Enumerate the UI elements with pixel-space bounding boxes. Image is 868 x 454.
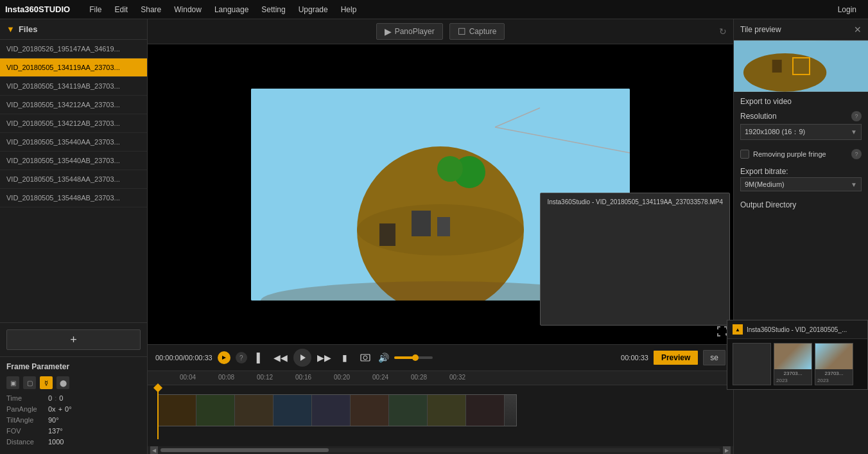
fov-val: 137° xyxy=(48,427,63,435)
next-frame-button[interactable]: ▶▶ xyxy=(317,350,332,365)
timeline-track[interactable] xyxy=(148,388,733,439)
login-button[interactable]: Login xyxy=(831,5,863,14)
marker-6: 00:24 xyxy=(372,374,388,381)
app-logo: Insta360STUDIO xyxy=(5,4,70,14)
param-tilt-label: TiltAngle xyxy=(6,416,48,424)
param-pan-label: PanAngle xyxy=(6,405,48,413)
panoplayer-icon: ▶ xyxy=(385,26,392,37)
frame-toolbar: ▣ ▢ ☿ ⬤ xyxy=(6,376,141,389)
taskbar-item[interactable]: ▲ Insta360Studio - VID_20180505_... xyxy=(733,320,867,339)
refresh-icon[interactable]: ↻ xyxy=(719,26,727,37)
timeline-thumb xyxy=(235,395,273,426)
file-item[interactable]: VID_20180505_134119AB_23703... xyxy=(0,77,147,96)
thumb-img-2 xyxy=(774,344,812,369)
taskbar-app-label: Insta360Studio - VID_20180505_... xyxy=(747,326,847,333)
purple-fringe-checkbox[interactable] xyxy=(740,150,749,159)
taskbar-thumb-2[interactable]: 23703... 2023 xyxy=(774,343,812,385)
file-item[interactable]: VID_20180505_135448AB_23703... xyxy=(0,189,147,207)
help-button[interactable]: ? xyxy=(236,352,247,363)
file-item[interactable]: VID_20180505_135440AA_23703... xyxy=(0,133,147,152)
export-button[interactable]: se xyxy=(703,350,725,365)
svg-point-4 xyxy=(437,156,463,182)
capture-tab[interactable]: ☐ Capture xyxy=(449,23,505,40)
bitrate-select[interactable]: 9M(Medium) ▼ xyxy=(740,177,862,191)
goto-button[interactable] xyxy=(218,351,230,364)
menu-edit[interactable]: Edit xyxy=(108,0,135,19)
right-panel: Tile preview ✕ Export to video Resolutio… xyxy=(733,19,868,454)
param-time-value: 0 : 0 xyxy=(48,394,63,402)
playhead[interactable] xyxy=(157,388,159,439)
screenshot-button[interactable] xyxy=(358,350,373,365)
menu-file[interactable]: File xyxy=(83,0,108,19)
frame-icon-circle[interactable]: ⬤ xyxy=(56,376,69,389)
sidebar-header: ▼ Files xyxy=(0,19,147,40)
menu-upgrade[interactable]: Upgrade xyxy=(292,0,334,19)
file-item[interactable]: VID_20180526_195147AA_34619... xyxy=(0,40,147,58)
bitrate-value: 9M(Medium) xyxy=(745,180,785,188)
resolution-arrow: ▼ xyxy=(851,128,857,135)
param-dist-label: Distance xyxy=(6,438,48,446)
resolution-select[interactable]: 1920x1080 (16：9) ▼ xyxy=(740,124,862,140)
file-item[interactable]: VID_20180505_135440AB_23703... xyxy=(0,152,147,170)
param-time-row: Time 0 : 0 xyxy=(6,394,141,402)
timeline-clip[interactable] xyxy=(157,394,517,426)
sidebar: ▼ Files VID_20180526_195147AA_34619... V… xyxy=(0,19,148,454)
panoplayer-tab[interactable]: ▶ PanoPlayer xyxy=(376,23,443,40)
param-fov-row: FOV 137° xyxy=(6,427,141,435)
time-val2: 0 xyxy=(59,394,63,402)
taskbar-thumb-1[interactable] xyxy=(733,343,771,385)
frame-icon-globe[interactable]: ☿ xyxy=(40,376,53,389)
folder-icon: ▼ xyxy=(6,24,15,34)
param-tilt-value: 90° xyxy=(48,416,59,424)
dist-val: 1000 xyxy=(48,438,64,446)
volume-icon[interactable]: 🔊 xyxy=(378,353,389,363)
time-end: 00:00:33 xyxy=(621,354,648,362)
jump-end-button[interactable]: ▮ xyxy=(337,350,352,365)
pan-plus: + xyxy=(58,405,62,413)
jump-start-button[interactable]: ▌ xyxy=(252,350,268,365)
thumb-label-3: 23703... xyxy=(815,369,853,378)
file-item[interactable]: VID_20180505_134212AB_23703... xyxy=(0,114,147,133)
frame-icon-rect[interactable]: ▣ xyxy=(6,376,19,389)
timeline-thumb xyxy=(351,395,389,426)
taskbar-popup: ▲ Insta360Studio - VID_20180505_... 2370… xyxy=(733,320,868,390)
tile-preview-title: Tile preview xyxy=(740,25,781,34)
scroll-track[interactable] xyxy=(161,448,720,452)
panoplayer-label: PanoPlayer xyxy=(395,27,435,36)
timeline-thumb xyxy=(428,395,466,426)
resolution-row: Resolution ? xyxy=(734,109,868,124)
add-file-button[interactable]: + xyxy=(6,329,141,350)
scroll-right-button[interactable]: ▶ xyxy=(723,446,731,454)
param-pan-row: PanAngle 0x + 0° xyxy=(6,405,141,413)
frame-icon-screen[interactable]: ▢ xyxy=(23,376,36,389)
marker-2: 00:08 xyxy=(218,374,234,381)
thumb-year-3: 2023 xyxy=(815,378,853,385)
menu-share[interactable]: Share xyxy=(134,0,168,19)
close-button[interactable]: ✕ xyxy=(854,24,862,35)
time-sep: : xyxy=(55,394,56,402)
menu-language[interactable]: Language xyxy=(208,0,255,19)
app-name-insta: Insta360 xyxy=(5,4,39,14)
taskbar-thumb-3[interactable]: 23703... 2023 xyxy=(815,343,853,385)
scroll-left-button[interactable]: ◀ xyxy=(150,446,158,454)
preview-button[interactable]: Preview xyxy=(654,351,698,365)
timeline-ruler: 00:04 00:08 00:12 00:16 00:20 00:24 00:2… xyxy=(148,371,733,385)
file-item[interactable]: VID_20180505_135448AA_23703... xyxy=(0,170,147,189)
export-video-label: Export to video xyxy=(734,92,868,109)
menu-help[interactable]: Help xyxy=(334,0,363,19)
thumb-year-2: 2023 xyxy=(774,378,812,385)
pan-deg: 0° xyxy=(65,405,72,413)
prev-frame-button[interactable]: ◀◀ xyxy=(273,350,288,365)
tilt-val: 90° xyxy=(48,416,59,424)
file-item[interactable]: VID_20180505_134212AA_23703... xyxy=(0,96,147,114)
volume-slider[interactable] xyxy=(394,356,433,359)
resolution-help[interactable]: ? xyxy=(851,111,862,121)
play-button[interactable] xyxy=(293,349,311,367)
marker-1: 00:04 xyxy=(180,374,196,381)
menu-setting[interactable]: Setting xyxy=(255,0,291,19)
param-pan-value: 0x + 0° xyxy=(48,405,72,413)
menu-window[interactable]: Window xyxy=(168,0,208,19)
purple-fringe-help[interactable]: ? xyxy=(851,149,862,159)
file-item-active[interactable]: VID_20180505_134119AA_23703... xyxy=(0,58,147,77)
top-toolbar: ▶ PanoPlayer ☐ Capture ↻ xyxy=(148,19,733,44)
